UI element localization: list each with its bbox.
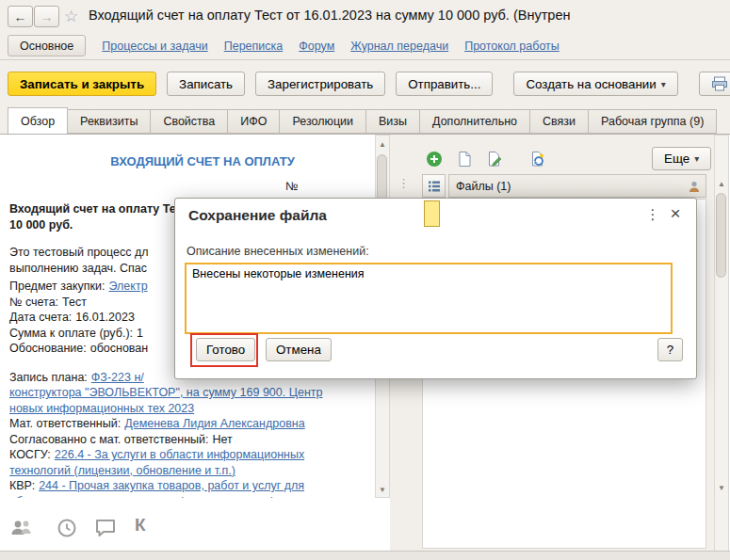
forward-icon: → [41,9,54,24]
refresh-document-icon [529,151,546,168]
close-icon: × [670,203,680,224]
field-label: Запись плана: [9,371,88,384]
kebab-icon: ⋮ [646,206,660,223]
selected-file-cell[interactable] [424,200,440,227]
window-titlebar: ← → ☆ Входящий счет на оплату Тест от 16… [0,0,730,32]
add-file-button[interactable] [422,147,446,171]
status-bar [0,551,730,560]
create-based-on-button[interactable]: Создать на основании ▾ [513,72,677,96]
kebab-menu-button[interactable]: ⋮ [643,205,662,224]
kosgu-link[interactable]: 226.4 - За услуги в области информационн… [9,448,304,477]
print-button[interactable]: Печать [699,72,730,96]
new-file-button[interactable] [452,147,477,171]
dialog-title: Сохранение файла [188,207,327,224]
printer-icon [711,76,728,91]
field-label: № счета: [9,296,58,309]
field-label: КВР: [9,479,35,492]
files-view-toggle-button[interactable] [422,174,446,198]
more-label: Еще [664,152,689,166]
tab-additional[interactable]: Дополнительно [419,109,530,134]
dialog-close-button[interactable]: × [665,203,686,224]
field-label: Предмет закупки: [9,280,105,293]
history-icon[interactable] [57,518,77,541]
field-kosgu: КОСГУ:226.4 - За услуги в области информ… [9,447,369,478]
back-icon: ← [14,9,27,24]
right-scrollbar[interactable]: ▲ ▼ [714,135,729,552]
edit-document-icon [486,151,503,168]
nav-item-work-protocol[interactable]: Протокол работы [464,40,560,53]
help-button[interactable]: ? [657,338,683,361]
field-value: Нет [213,433,233,446]
tab-links[interactable]: Связи [529,109,589,134]
field-value: 16.01.2023 [75,311,135,324]
field-label: КОСГУ: [9,448,51,461]
list-view-icon [428,180,441,193]
edit-file-button[interactable] [482,147,507,171]
responsible-link[interactable]: Деменева Лидия Александровна [124,417,304,430]
tab-strip: Обзор Реквизиты Свойства ИФО Резолюции В… [0,107,730,134]
field-label: Мат. ответственный: [9,417,121,430]
tab-visas[interactable]: Визы [365,109,420,134]
command-bar: Записать и закрыть Записать Зарегистриро… [0,60,730,107]
field-value: Тест [62,296,87,309]
description-textarea[interactable]: Внесены некоторые изменения [185,263,673,334]
scroll-up-icon[interactable]: ▲ [376,136,389,152]
nav-item-main[interactable]: Основное [8,35,86,56]
favorite-star-icon[interactable]: ☆ [64,7,78,26]
splitter-grip-icon: ⋮ [397,176,410,190]
done-button[interactable]: Готово [196,338,255,361]
back-button[interactable]: ← [8,6,33,27]
plus-icon [426,151,443,168]
save-button[interactable]: Записать [167,72,245,96]
field-agreed: Согласованно с мат. ответственный:Нет [9,432,369,448]
forward-button[interactable]: → [34,6,59,27]
nav-item-forum[interactable]: Форум [299,40,334,53]
nav-item-transfer-log[interactable]: Журнал передачи [350,40,448,53]
tab-working-group[interactable]: Рабочая группа (9) [588,109,717,134]
refresh-file-button[interactable] [526,147,550,171]
kvr-link[interactable]: 244 - Прочая закупка товаров, работ и ус… [9,479,305,498]
create-based-on-label: Создать на основании [526,77,656,91]
nav-item-correspondence[interactable]: Переписка [224,40,284,53]
tab-properties[interactable]: Свойства [150,109,228,134]
tab-ifo[interactable]: ИФО [227,109,280,134]
comments-icon[interactable] [94,518,117,541]
save-and-close-button[interactable]: Записать и закрыть [8,72,156,96]
field-label: Дата счета: [9,311,72,324]
section-navbar: Основное Процессы и задачи Переписка Фор… [0,32,730,60]
chevron-down-icon: ▾ [694,153,699,164]
new-document-icon [456,151,473,168]
tab-requisites[interactable]: Реквизиты [67,109,151,134]
tab-overview[interactable]: Обзор [8,107,68,134]
page-title: Входящий счет на оплату Тест от 16.01.20… [89,8,727,23]
send-button[interactable]: Отправить... [396,72,493,96]
cancel-button[interactable]: Отмена [266,338,332,361]
scroll-down-icon[interactable]: ▼ [715,480,728,495]
members-icon[interactable] [9,519,34,540]
nav-item-processes[interactable]: Процессы и задачи [102,40,207,53]
field-label: Обоснование: [9,342,87,355]
more-button[interactable]: Еще ▾ [652,147,711,170]
field-label: Сумма к оплате (руб.): [9,327,133,340]
chevron-down-icon: ▾ [661,79,666,89]
letter-k-icon[interactable]: К [135,515,146,536]
scroll-down-icon[interactable]: ▼ [376,482,389,497]
files-header-label: Файлы (1) [456,180,511,193]
tab-resolutions[interactable]: Резолюции [279,109,366,134]
author-icon [688,180,701,196]
scroll-up-icon[interactable]: ▲ [715,176,728,191]
field-responsible: Мат. ответственный:Деменева Лидия Алекса… [9,416,369,432]
field-label: Согласованно с мат. ответственный: [9,433,209,446]
register-button[interactable]: Зарегистрировать [255,72,385,96]
description-label: Описание внесенных изменений: [187,245,369,258]
subject-link[interactable]: Электр [108,280,147,293]
scrollbar-thumb[interactable] [716,193,726,278]
files-column-header[interactable]: Файлы (1) [448,174,706,198]
field-kvr: КВР:244 - Прочая закупка товаров, работ … [9,478,369,498]
field-value: 1 [137,327,143,340]
field-value: обоснован [90,342,149,355]
